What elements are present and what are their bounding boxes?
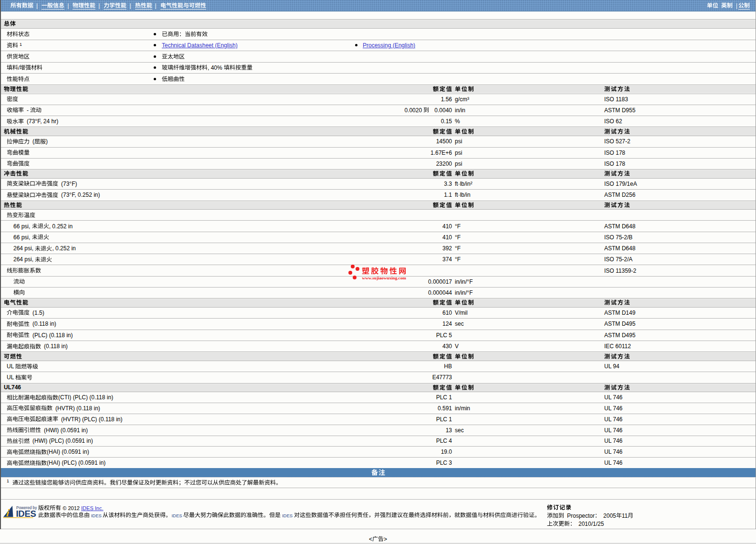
svg-text:IDES: IDES [16, 509, 36, 519]
